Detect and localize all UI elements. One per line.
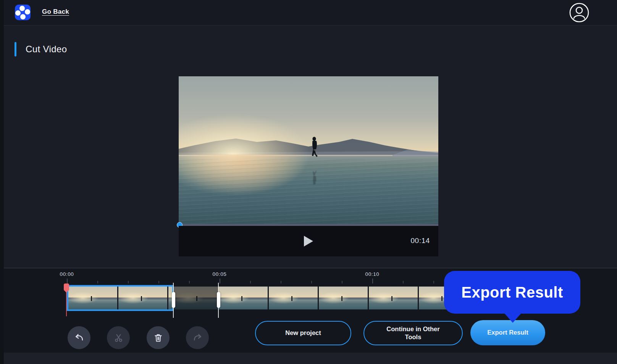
- left-edge: [0, 0, 4, 364]
- person-reflection: [308, 165, 321, 185]
- ruler-tick: [403, 281, 404, 283]
- scissors-icon: [113, 333, 124, 343]
- playhead-marker[interactable]: [64, 283, 69, 290]
- timeline-panel: 00:0000:0500:10 Export Result: [0, 268, 617, 353]
- redo-button[interactable]: [186, 326, 209, 349]
- ruler-tick: [342, 281, 342, 283]
- ruler-tick: [67, 279, 68, 283]
- ruler-tick: [250, 281, 251, 283]
- app-root: Go Back Cut Video: [0, 0, 617, 364]
- logo-dot: [25, 9, 30, 14]
- ruler-tick: [189, 281, 190, 283]
- ruler-tick: [128, 281, 129, 283]
- ruler-tick: [281, 281, 281, 283]
- delete-button[interactable]: [147, 326, 170, 349]
- video-preview[interactable]: [179, 76, 438, 224]
- ruler-tick: [311, 281, 312, 283]
- logo-dot: [15, 10, 21, 16]
- player-duration: 00:14: [410, 237, 430, 245]
- player-control-bar: 00:14: [179, 226, 438, 256]
- trash-icon: [153, 333, 163, 343]
- redo-icon: [192, 333, 203, 343]
- filmstrip-thumbnail: [219, 287, 268, 309]
- filmstrip-segment-kept-left[interactable]: [67, 285, 174, 311]
- play-button[interactable]: [304, 236, 313, 246]
- page-title-row: Cut Video: [15, 42, 67, 56]
- user-avatar-button[interactable]: [569, 2, 590, 23]
- trim-handle[interactable]: [217, 292, 220, 308]
- user-avatar-icon: [569, 2, 590, 23]
- top-bar: Go Back: [0, 0, 617, 26]
- export-result-label: Export Result: [487, 329, 528, 337]
- go-back-link[interactable]: Go Back: [42, 8, 69, 16]
- export-result-tooltip: Export Result: [444, 271, 580, 314]
- export-result-button[interactable]: Export Result: [470, 320, 545, 345]
- ruler-tick: [158, 281, 159, 283]
- video-player: 00:14: [179, 76, 438, 256]
- app-logo-icon[interactable]: [15, 5, 31, 20]
- play-icon: [304, 236, 313, 246]
- filmstrip-segment-cut-middle[interactable]: [174, 287, 219, 309]
- ruler-label: 00:00: [60, 271, 74, 277]
- logo-dot: [19, 6, 25, 11]
- logo-dot: [20, 14, 26, 19]
- filmstrip-thumbnail: [68, 287, 117, 309]
- trim-handle[interactable]: [172, 292, 175, 308]
- title-accent-bar: [15, 42, 16, 56]
- filmstrip-thumbnail: [118, 287, 167, 309]
- new-project-button[interactable]: New project: [255, 321, 351, 345]
- ruler-tick: [433, 281, 434, 283]
- continue-other-tools-button[interactable]: Continue in Other Tools: [363, 321, 463, 345]
- cut-button[interactable]: [107, 326, 130, 349]
- ruler-label: 00:05: [213, 271, 227, 277]
- filmstrip-thumbnail: [369, 287, 418, 309]
- filmstrip-thumbnail: [174, 287, 219, 309]
- ruler-label: 00:10: [365, 271, 380, 277]
- ruler-tick: [220, 279, 220, 283]
- ruler-tick: [372, 279, 373, 283]
- filmstrip-thumbnail: [319, 287, 368, 309]
- new-project-label: New project: [285, 329, 321, 337]
- export-result-tooltip-label: Export Result: [461, 284, 563, 301]
- undo-button[interactable]: [68, 326, 90, 349]
- person-silhouette: [308, 137, 321, 166]
- page-title: Cut Video: [26, 44, 67, 55]
- continue-other-tools-label: Continue in Other Tools: [379, 325, 447, 341]
- bottom-band: [0, 352, 617, 364]
- undo-icon: [74, 333, 84, 343]
- filmstrip-thumbnail: [269, 287, 318, 309]
- ruler-tick: [97, 281, 98, 283]
